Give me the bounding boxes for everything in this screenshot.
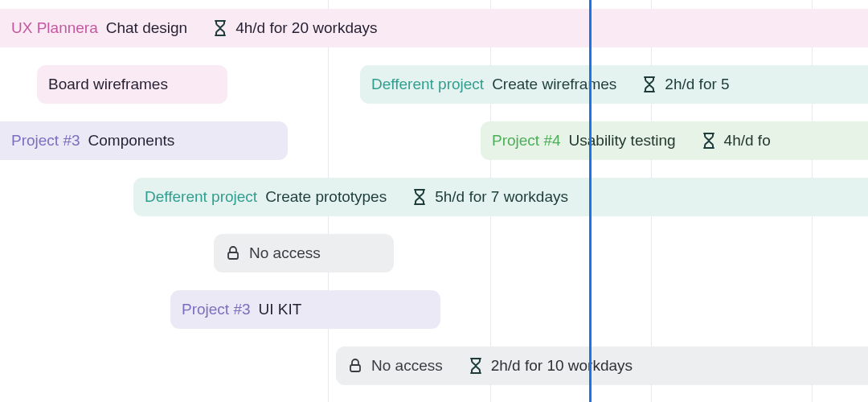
timeline-row: Project #3ComponentsProject #4Usability … [0,113,868,169]
hourglass-icon [213,19,227,37]
hourglass-icon [469,357,483,375]
task-bar[interactable]: Defferent projectCreate prototypes5h/d f… [133,178,868,216]
svg-rect-0 [228,252,238,259]
task-bar[interactable]: No access [214,234,394,273]
timeline-row: No access2h/d for 10 workdays [0,338,868,394]
task-effort: 2h/d for 5 [665,76,729,93]
task-project: Project #4 [492,132,561,150]
hourglass-icon [702,132,716,150]
task-title: Usability testing [569,132,676,150]
task-project: UX Plannera [11,19,98,37]
svg-rect-1 [350,365,360,371]
timeline-row: Project #3UI KIT [0,281,868,338]
task-effort: 5h/d for 7 workdays [435,188,568,206]
task-bar[interactable]: Defferent projectCreate wireframes2h/d f… [360,65,868,104]
hourglass-icon [412,188,427,206]
timeline-row: No access [0,225,868,281]
task-effort: 4h/d fo [724,132,771,150]
task-bar[interactable]: Project #3UI KIT [170,290,440,329]
lock-icon [347,358,363,374]
task-project: Project #3 [182,301,251,318]
task-bar[interactable]: UX PlanneraChat design4h/d for 20 workda… [0,9,868,47]
hourglass-icon [642,76,657,93]
timeline-row: UX PlanneraChat design4h/d for 20 workda… [0,0,868,56]
task-effort: 4h/d for 20 workdays [235,19,377,37]
task-title: Board wireframes [48,76,168,93]
task-title: Create prototypes [265,188,387,206]
task-project: Defferent project [371,76,484,93]
task-bar[interactable]: Project #4Usability testing4h/d fo [481,121,868,160]
task-title: Components [88,132,175,150]
task-bar[interactable]: Project #3Components [0,121,288,160]
lock-icon [225,245,241,261]
task-title: Chat design [106,19,187,37]
task-bar[interactable]: No access2h/d for 10 workdays [336,347,868,385]
task-title: UI KIT [259,301,302,318]
task-title: No access [249,244,321,262]
task-title: No access [371,357,443,375]
timeline-row: Defferent projectCreate prototypes5h/d f… [0,169,868,225]
task-project: Project #3 [11,132,80,150]
today-indicator [589,0,592,402]
task-title: Create wireframes [492,76,616,93]
task-project: Defferent project [145,188,257,206]
task-effort: 2h/d for 10 workdays [491,357,633,375]
timeline-row: Board wireframesDefferent projectCreate … [0,56,868,113]
task-bar[interactable]: Board wireframes [37,65,227,104]
